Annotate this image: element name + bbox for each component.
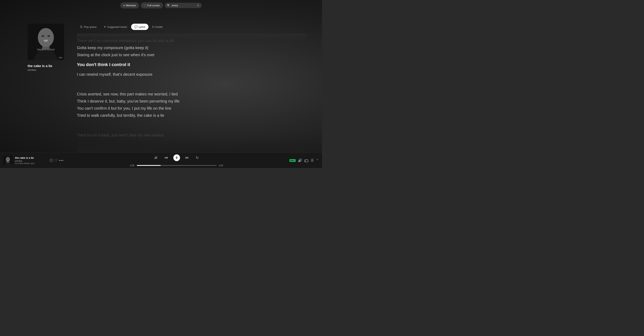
lyric-line[interactable]: You don't think I control it	[77, 61, 306, 68]
progress-bar-container: 0:39 2:03	[129, 164, 224, 166]
player-controls: ⇄ ⏮ ⏸ ⏭ ↻ 0:39 2:03	[66, 154, 287, 166]
time-total: 2:03	[218, 164, 224, 166]
volume-button[interactable]: 🔊	[298, 158, 302, 162]
lyric-line[interactable]: Staring at the clock just to see when it…	[77, 52, 306, 58]
top-toolbar: ▾ Minimize ⛶ Full screen 🔍 ✕	[0, 0, 322, 11]
tab-suggested-label: Suggested tracks	[107, 26, 127, 28]
tab-credits[interactable]: ℹ Credits	[149, 24, 166, 30]
search-icon: 🔍	[167, 4, 170, 7]
tab-suggested[interactable]: ✦ Suggested tracks	[100, 24, 130, 30]
suggested-icon: ✦	[104, 25, 106, 28]
lyric-line[interactable]: Tried to run it back, just won't take my…	[77, 132, 306, 138]
fullscreen-icon: ⛶	[144, 4, 146, 7]
credits-icon: ℹ	[152, 25, 154, 28]
repeat-button[interactable]: ↻	[194, 154, 200, 161]
like-button[interactable]: ♡	[54, 158, 58, 162]
lyric-spacer	[77, 78, 306, 84]
progress-track[interactable]	[137, 165, 216, 166]
lyric-spacer	[77, 119, 306, 126]
cast-button[interactable]	[304, 158, 308, 162]
fullscreen-button[interactable]: ⛶ Full screen	[140, 2, 163, 8]
lyric-line[interactable]: Tried to walk carefully, but terribly, t…	[77, 112, 306, 118]
lyric-spacer	[77, 84, 306, 91]
track-info: the cake is a lie ericdoa	[28, 63, 52, 72]
quality-badge: MAX	[290, 159, 296, 162]
lyrics-content: There ain't no chemical imbalance you ca…	[77, 34, 306, 143]
tab-lyrics[interactable]: 💬 Lyrics	[131, 24, 148, 30]
tabs-bar: ☰ Play queue ✦ Suggested tracks 💬 Lyrics…	[77, 24, 166, 30]
track-title: the cake is a lie	[28, 64, 52, 68]
lyric-line[interactable]: Think I deserve it, but, baby, you've be…	[77, 98, 306, 104]
minimize-icon: ▾	[124, 4, 124, 7]
tab-credits-label: Credits	[154, 26, 163, 28]
expand-button[interactable]: ⌃	[316, 158, 319, 162]
fullscreen-label: Full screen	[147, 4, 160, 7]
player-bar: the cake is a lie ericdoa PLAYING FROM: …	[0, 152, 322, 168]
more-options-button[interactable]: •••	[59, 158, 64, 162]
previous-button[interactable]: ⏮	[163, 154, 170, 161]
lyric-line[interactable]: I can rewind myself, that's decent expos…	[77, 71, 306, 78]
player-right: MAX 🔊 ☰ ⌃	[290, 158, 319, 162]
player-artist-name: ericdoa	[15, 160, 46, 162]
player-buttons: ⇄ ⏮ ⏸ ⏭ ↻	[153, 154, 200, 161]
tab-play-queue[interactable]: ☰ Play queue	[77, 24, 100, 30]
minimize-label: Minimize	[126, 4, 136, 7]
lyric-spacer	[77, 126, 306, 132]
player-track-name: the cake is a lie	[15, 156, 46, 159]
search-bar: 🔍 ✕	[165, 3, 202, 8]
queue-button[interactable]: ☰	[311, 158, 314, 162]
player-track-meta: E ♡ •••	[50, 158, 64, 162]
pause-button[interactable]: ⏸	[173, 154, 180, 161]
player-album-thumb	[3, 156, 12, 165]
lyric-line[interactable]: There ain't no chemical imbalance you ca…	[77, 38, 306, 44]
playing-from-label: PLAYING FROM: DOA	[15, 162, 46, 164]
time-current: 0:39	[129, 164, 135, 166]
lyric-line[interactable]: Gotta keep my composure (gotta keep it)	[77, 44, 306, 51]
lyric-line[interactable]: Crisis averted, see now, this part makes…	[77, 91, 306, 97]
tab-play-queue-label: Play queue	[84, 26, 96, 28]
lyrics-icon: 💬	[134, 25, 138, 28]
search-input[interactable]	[172, 4, 196, 7]
track-artist: ericdoa	[28, 68, 52, 72]
player-track-info: the cake is a lie ericdoa PLAYING FROM: …	[15, 156, 46, 164]
minimize-button[interactable]: ▾ Minimize	[120, 2, 139, 8]
left-panel: the cake is a lie ericdoa	[28, 24, 64, 72]
shuffle-button[interactable]: ⇄	[153, 154, 159, 161]
svg-point-1	[305, 162, 305, 162]
search-clear-button[interactable]: ✕	[197, 4, 199, 7]
play-queue-icon: ☰	[80, 25, 82, 28]
album-art	[28, 24, 64, 60]
lyrics-area[interactable]: There ain't no chemical imbalance you ca…	[77, 34, 306, 152]
progress-fill	[137, 165, 161, 166]
lyric-line[interactable]: You can't confirm it but for you, I put …	[77, 105, 306, 112]
next-button[interactable]: ⏭	[184, 154, 190, 161]
explicit-badge: E	[50, 159, 53, 162]
tab-lyrics-label: Lyrics	[139, 26, 145, 28]
